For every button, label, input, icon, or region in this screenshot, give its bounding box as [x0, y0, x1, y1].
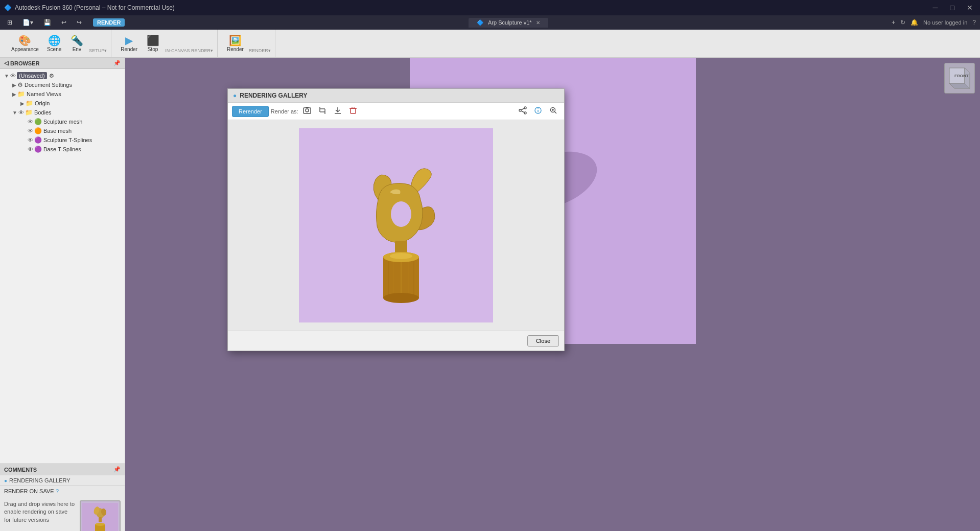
sculpture-mesh-visibility[interactable]: 👁: [28, 119, 33, 125]
svg-text:FRONT: FRONT: [954, 74, 969, 78]
drop-zone-text: Drag and drop views here to enable rende…: [4, 500, 76, 531]
visibility-toggle[interactable]: 👁: [10, 73, 16, 79]
tree-arrow[interactable]: ▶: [20, 101, 25, 106]
render-thumbnail[interactable]: v1: [80, 500, 121, 531]
save-button[interactable]: 💾: [40, 18, 54, 27]
tab-strip: ⊞ 📄▾ 💾 ↩ ↪ RENDER 🔷 Arp Sculpture v1* ✕ …: [0, 15, 980, 30]
delete-button[interactable]: [346, 105, 360, 118]
svg-line-35: [555, 112, 557, 114]
dialog-toolbar-right: [516, 105, 560, 118]
info-icon: [534, 106, 542, 114]
browser-header: ◁ BROWSER 📌: [0, 58, 125, 69]
render-tab-label[interactable]: RENDER: [93, 18, 125, 27]
svg-point-49: [383, 293, 419, 303]
base-tsplines-icon: 🟣: [34, 146, 42, 153]
tree-arrow[interactable]: ▼: [12, 110, 17, 116]
sculpture-tsplines-visibility[interactable]: 👁: [28, 137, 33, 143]
svg-point-28: [524, 112, 526, 114]
stop-icon: ⬛: [147, 35, 159, 45]
svg-line-29: [521, 108, 524, 110]
base-tsplines-visibility[interactable]: 👁: [28, 146, 33, 152]
dialog-header[interactable]: ● RENDERING GALLERY: [228, 89, 564, 103]
file-menu-button[interactable]: 📄▾: [19, 18, 36, 27]
tree-arrow[interactable]: ▼: [4, 73, 9, 79]
tree-item-sculpture-tsplines[interactable]: 👁 🟣 Sculpture T-Splines: [0, 135, 125, 145]
tree-arrow[interactable]: ▶: [12, 91, 16, 97]
scene-settings-button[interactable]: 🌐 Scene: [44, 33, 64, 54]
tree-item-base-tsplines[interactable]: 👁 🟣 Base T-Splines: [0, 145, 125, 154]
stop-render-button[interactable]: ⬛ Stop: [143, 33, 163, 54]
svg-rect-4: [99, 517, 102, 522]
browser-tree: ▼ 👁 (Unsaved) ⚙ ▶ ⚙ Document Settings ▶ …: [0, 69, 125, 464]
tree-item-base-mesh[interactable]: 👁 🟠 Base mesh: [0, 126, 125, 135]
in-canvas-render-button[interactable]: ▶ Render: [118, 33, 141, 54]
sculpture-mesh-icon: 🟢: [34, 118, 42, 125]
tree-item-named-views[interactable]: ▶ 📁 Named Views: [0, 89, 125, 99]
svg-point-40: [391, 201, 411, 227]
add-tab-button[interactable]: +: [892, 19, 895, 26]
grid-menu-button[interactable]: ⊞: [4, 18, 15, 27]
appearance-button[interactable]: 🎨 Appearance: [8, 33, 42, 54]
render-on-save: RENDER ON SAVE ?: [0, 486, 125, 496]
tree-item-sculpture-mesh[interactable]: 👁 🟢 Sculpture mesh: [0, 117, 125, 126]
maximize-button[interactable]: □: [947, 3, 958, 13]
render-content: Drag and drop views here to enable rende…: [0, 496, 125, 531]
browser-pin-icon[interactable]: 📌: [113, 60, 121, 66]
file-tab[interactable]: 🔷 Arp Sculpture v1* ✕: [469, 18, 548, 28]
render-as-image-button[interactable]: [300, 105, 314, 118]
base-mesh-visibility[interactable]: 👁: [28, 128, 33, 134]
notifications-button[interactable]: 🔔: [911, 19, 918, 26]
browser-title: BROWSER: [10, 60, 39, 66]
render-button[interactable]: 🖼️ Render: [224, 33, 247, 54]
origin-label: Origin: [35, 100, 50, 106]
rendering-gallery-dialog[interactable]: ● RENDERING GALLERY Rerender Render as:: [227, 88, 565, 351]
close-dialog-button[interactable]: Close: [527, 335, 559, 347]
settings-gear[interactable]: ⚙: [49, 73, 54, 79]
bodies-visibility[interactable]: 👁: [18, 109, 24, 116]
doc-settings-label: Document Settings: [25, 82, 72, 88]
minimize-button[interactable]: ─: [930, 3, 941, 13]
share-icon: [519, 106, 527, 114]
svg-point-7: [95, 523, 105, 526]
crop-icon: [318, 106, 326, 114]
refresh-button[interactable]: ↻: [900, 19, 905, 26]
render-icon: 🖼️: [229, 35, 242, 45]
redo-button[interactable]: ↪: [74, 18, 85, 27]
dialog-circle-icon: ●: [233, 92, 237, 99]
base-mesh-icon: 🟠: [34, 127, 42, 134]
close-button[interactable]: ✕: [964, 3, 976, 13]
comments-panel: COMMENTS 📌: [0, 464, 125, 475]
rerender-button[interactable]: Rerender: [232, 106, 269, 117]
trash-icon: [349, 106, 357, 114]
undo-button[interactable]: ↩: [58, 18, 69, 27]
info-button[interactable]: [531, 105, 545, 118]
zoom-fit-button[interactable]: [547, 105, 560, 118]
tree-item-document-settings[interactable]: ▶ ⚙ Document Settings: [0, 80, 125, 89]
render-on-save-help[interactable]: ?: [56, 489, 59, 494]
viewport[interactable]: FRONT ⊹ ⊙ ✋ 🔍 ▾ 🖥 ⊞ ● RENDERING GA: [125, 58, 980, 531]
tree-item-unsaved[interactable]: ▼ 👁 (Unsaved) ⚙: [0, 71, 125, 80]
svg-point-27: [519, 109, 521, 111]
render-image: [299, 128, 493, 322]
unsaved-badge: (Unsaved): [17, 72, 47, 79]
tree-arrow[interactable]: ▶: [12, 82, 16, 88]
svg-rect-15: [306, 107, 309, 108]
base-tsplines-label: Base T-Splines: [43, 146, 81, 152]
download-button[interactable]: [331, 105, 344, 118]
help-button[interactable]: ?: [972, 19, 976, 26]
tree-item-bodies[interactable]: ▼ 👁 📁 Bodies: [0, 108, 125, 117]
cube-navigator[interactable]: FRONT: [944, 63, 975, 94]
title-bar: 🔷 Autodesk Fusion 360 (Personal – Not fo…: [0, 0, 980, 15]
comments-pin[interactable]: 📌: [113, 466, 121, 473]
render-as-crop-button[interactable]: [316, 105, 329, 118]
file-tab-close[interactable]: ✕: [536, 20, 540, 26]
doc-settings-icon: ⚙: [17, 81, 23, 88]
share-button[interactable]: [516, 105, 529, 118]
browser-back-icon[interactable]: ◁: [4, 60, 8, 66]
base-mesh-label: Base mesh: [43, 128, 72, 134]
rendering-gallery-label: ● RENDERING GALLERY: [0, 475, 125, 486]
tree-item-origin[interactable]: ▶ 📁 Origin: [0, 99, 125, 108]
download-icon: [334, 106, 342, 114]
environment-button[interactable]: 🔦 Env: [66, 33, 87, 54]
in-canvas-label: IN-CANVAS RENDER▾: [165, 48, 213, 55]
